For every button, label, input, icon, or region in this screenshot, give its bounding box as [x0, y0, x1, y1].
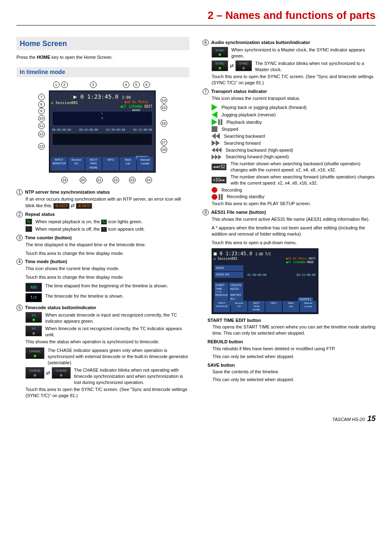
callout-14: 14 [161, 97, 167, 104]
row-rec: Recording [212, 187, 376, 193]
shuttle-back-icon: ◄◄×32 [212, 164, 226, 170]
row-shback: Searching backward (high-speed) [212, 147, 376, 153]
play-icon [212, 104, 217, 111]
pulldown-menu-screenshot: ■ 0 1:23:45.0 1:00 T/C ◇ Session001 ●SD … [212, 248, 318, 314]
intro-prefix: Press the [16, 55, 37, 60]
item-1-dot: . [93, 203, 95, 208]
item-4: 4 Time mode (button) [16, 259, 189, 265]
row-sfwd: Searching forward [212, 140, 376, 146]
row-sback: Searching backward [212, 133, 376, 139]
item-3-l1: The time displayed is the elapsed time o… [25, 242, 189, 248]
tc-unlit-row: TC When timecode is not recognized corre… [25, 326, 189, 338]
circled-8: 8 [203, 209, 209, 215]
sync-green-row: SYNC When synchronized to a Master clock… [212, 47, 376, 59]
tc-green-row: TC When accurate timecode is input and r… [25, 312, 189, 324]
callout-19: 19 [61, 177, 68, 183]
item-7: 7 Transport status indicator [203, 88, 376, 95]
item-3: 3 Time counter (button) [16, 235, 189, 241]
item-3-title: Time counter (button) [25, 235, 71, 241]
row-shfwd: Searching forward (high-speed) [212, 154, 376, 160]
rebuild-body-2: This can only be selected when stopped. [212, 354, 376, 360]
repeat-on-row: ↻ When repeat playback is on, the ↻ icon… [25, 219, 189, 225]
jogrev-text: Jogging playback (reverse) [221, 112, 276, 118]
abs-icon: ABS [25, 283, 42, 292]
pulldown-save-as: SAVE AS [214, 272, 243, 278]
sntp-icon-2: ⦿SNTP [76, 203, 92, 209]
callout-20: 20 [80, 177, 86, 183]
blink-arrows-icon: ⇄ [71, 203, 75, 208]
shback-text: Searching backward (high-speed) [226, 147, 293, 153]
tc-mode-icon: T/C [25, 293, 42, 302]
start-time-body: This opens the START TIME screen where y… [212, 324, 376, 336]
chase-blink-icon-pair: CHASE ⇄ CHASE [25, 367, 71, 379]
play-pause-icon [212, 119, 222, 125]
sync-icon-a: SYNC [212, 60, 228, 71]
row-play: Playing back or jogging playback (forwar… [212, 104, 376, 111]
item-1-title: NTP server time synchronization status [25, 189, 110, 195]
sback-text: Searching backward [224, 133, 265, 139]
sfwd-text: Searching forward [224, 140, 261, 146]
rec-text: Recording [221, 187, 242, 193]
callout-8: 8 [38, 101, 45, 108]
repeat-on-icon: ↻ [25, 219, 32, 224]
chase-green-text: The CHASE indicator appears green only w… [48, 347, 189, 366]
chase-blink-text: The CHASE indicator blinks when not oper… [74, 367, 189, 386]
search-fwd-hs-icon [212, 155, 221, 160]
callout-15: 15 [161, 104, 167, 111]
circled-4: 4 [16, 259, 23, 265]
save-body-1: Save the contents of the timeline. [212, 369, 376, 375]
row-recstby: Recording standby [212, 194, 376, 200]
circled-5: 5 [16, 305, 23, 311]
repeat-off-row: ↻ When repeat playback is off, the ↻ ico… [25, 226, 189, 232]
callout-9: 9 [38, 108, 45, 114]
item-3-l2: Touch this area to change the time displ… [25, 250, 189, 257]
callout-22: 22 [113, 177, 119, 183]
tc-status-text: This shows the status when operation is … [25, 339, 189, 345]
shfwd-text: Searching forward (high-speed) [226, 154, 289, 160]
circled-1: 1 [16, 189, 23, 195]
sync-blink-text: The SYNC indicator blinks when not synch… [255, 60, 376, 73]
section-home-screen: Home Screen [16, 37, 189, 50]
subsection-timeline-mode: In timeline mode [16, 67, 189, 77]
chase-green-row: CHASE The CHASE indicator appears green … [25, 347, 189, 366]
callout-12: 12 [38, 131, 45, 137]
callout-24: 24 [145, 177, 152, 183]
standby-text: Playback standby [226, 119, 262, 125]
sync-indicator-green-icon: SYNC [212, 47, 228, 58]
tc-indicator-unlit-icon: TC [25, 326, 42, 336]
callout-13: 13 [38, 143, 45, 150]
callout-1: 1 [53, 81, 60, 88]
pulldown-save: SAVE [214, 265, 243, 271]
repeat-off-icon: ↻ [25, 226, 32, 232]
item-8-l2: A * appears when the timeline has not be… [212, 225, 376, 237]
intro-key: HOME [37, 55, 51, 60]
sync-green-text: When synchronized to a Master clock, the… [231, 47, 376, 59]
item-8-l1: This shows the current active AES31 file… [212, 216, 376, 222]
callout-23: 23 [129, 177, 136, 183]
rebuild-heading: REBUILD button [208, 339, 376, 345]
search-fwd-icon [212, 140, 220, 146]
tc-green-text: When accurate timecode is input and reco… [45, 312, 189, 324]
page-footer: TASCAM HS-20 15 [16, 414, 376, 423]
item-7-title: Transport status indicator [211, 88, 267, 95]
item-5-title: Timecode status button/indicator [25, 305, 96, 311]
home-screen-screenshot: ▶ 0 1:23:45.0 1:00 ◇ Session001 ●SD No M… [49, 90, 156, 173]
tc-text: The timecode for the timeline is shown. [45, 293, 124, 299]
row-jogrev: Jogging playback (reverse) [212, 111, 376, 118]
record-standby-icon [212, 194, 223, 200]
row-stop: Stopped [212, 126, 376, 132]
model-label: TASCAM HS-20 [332, 417, 365, 422]
save-heading: SAVE button [208, 362, 376, 368]
item-4-l2: Touch this area to change the time displ… [25, 274, 189, 280]
callout-16: 16 [161, 120, 167, 127]
repeat-on-text: When repeat playback is on, the ↻ icon l… [35, 219, 142, 225]
callout-17: 17 [161, 139, 167, 146]
item-6-title: Audio synchronization status button/indi… [211, 39, 310, 46]
row-standby: Playback standby [212, 119, 376, 125]
play-reverse-icon [212, 111, 217, 118]
stop-text: Stopped [221, 126, 238, 132]
callout-5: 5 [133, 81, 140, 88]
callout-3: 3 [90, 81, 97, 88]
blink-arrows-icon: ⇄ [230, 62, 234, 69]
transport-touch: Touch this area to open the PLAY SETUP s… [212, 201, 376, 207]
